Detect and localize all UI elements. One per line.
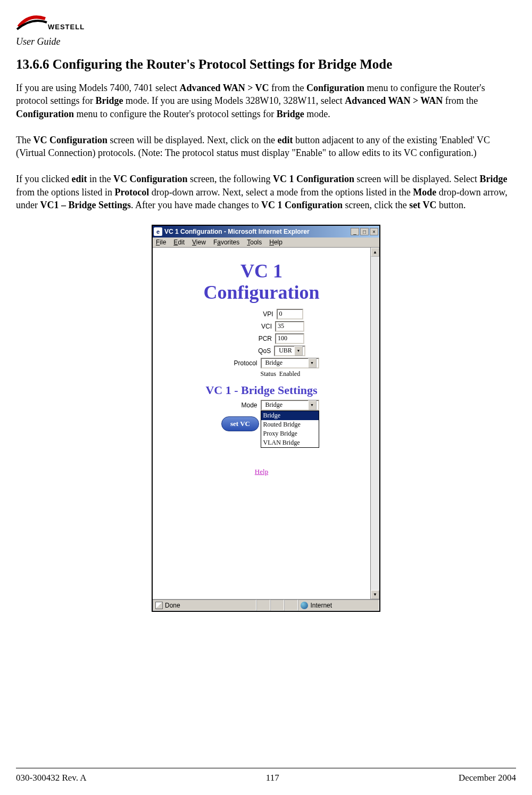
text: The	[16, 135, 33, 145]
text: If you are using Models 7400, 7401 selec…	[16, 83, 179, 93]
menu-view[interactable]: View	[192, 239, 206, 246]
vertical-scrollbar[interactable]: ▲ ▼	[370, 248, 379, 599]
footer-date: December 2004	[459, 773, 516, 783]
user-guide-label: User Guide	[16, 36, 516, 47]
section-number: 13.6.6	[16, 57, 49, 71]
footer-doc-id: 030-300432 Rev. A	[16, 773, 87, 783]
page-heading: VC 1 Configuration	[158, 261, 365, 303]
protocol-select[interactable]: Bridge▼	[261, 358, 319, 368]
text: screen will be displayed. Next, click on…	[107, 135, 277, 145]
vpi-label: VPI	[220, 310, 273, 318]
status-done-label: Done	[165, 602, 180, 609]
text: menu to configure the Router's protocol …	[74, 109, 277, 119]
text: screen, click the	[343, 200, 409, 210]
page-logo-section: WESTELL	[16, 11, 516, 32]
bold-text: Configuration	[16, 109, 74, 119]
text: If you clicked	[16, 174, 71, 184]
chevron-down-icon: ▼	[308, 358, 317, 368]
mode-label: Mode	[204, 401, 257, 409]
text: button.	[437, 200, 466, 210]
minimize-button[interactable]: _	[351, 228, 359, 235]
browser-content: VC 1 Configuration VPI VCI PCR QoS UBR▼ …	[153, 248, 370, 599]
vci-input[interactable]	[275, 321, 304, 332]
menu-tools[interactable]: Tools	[247, 239, 262, 246]
bold-text: edit	[71, 174, 87, 184]
mode-option-proxy-bridge[interactable]: Proxy Bridge	[261, 429, 319, 438]
text: in the	[87, 174, 113, 184]
bold-text: Mode	[413, 187, 436, 198]
text: from the options listed in	[16, 187, 114, 198]
mode-option-bridge[interactable]: Bridge	[261, 411, 319, 420]
text: from the	[443, 95, 478, 106]
browser-window: e VC 1 Configuration - Microsoft Interne…	[152, 225, 380, 612]
chevron-down-icon: ▼	[294, 346, 303, 356]
bold-text: Advanced WAN > WAN	[345, 95, 443, 106]
vci-label: VCI	[219, 323, 272, 330]
brand-name: WESTELL	[48, 23, 85, 31]
globe-icon	[301, 602, 308, 609]
mode-select[interactable]: Bridge▼	[261, 400, 319, 411]
scroll-track[interactable]	[371, 257, 379, 590]
bold-text: Advanced WAN > VC	[179, 83, 269, 93]
close-button[interactable]: ×	[370, 228, 378, 235]
bold-text: edit	[277, 135, 293, 145]
footer-page-number: 117	[266, 773, 279, 783]
westell-swoosh-icon	[16, 11, 48, 32]
bridge-settings-heading: VC 1 - Bridge Settings	[158, 383, 365, 397]
text: screen will be displayed. Select	[354, 174, 479, 184]
pcr-input[interactable]	[275, 333, 304, 344]
section-title: Configuring the Router's Protocol Settin…	[53, 57, 393, 71]
page-heading-l1: VC 1	[158, 261, 365, 282]
bold-text: Bridge	[277, 109, 304, 119]
paragraph-1: If you are using Models 7400, 7401 selec…	[16, 81, 516, 120]
bold-text: Bridge	[95, 95, 123, 106]
maximize-button[interactable]: □	[360, 228, 369, 235]
window-title: VC 1 Configuration - Microsoft Internet …	[164, 228, 351, 235]
bold-text: VC 1 Configuration	[261, 200, 343, 210]
bold-text: VC1 – Bridge Settings	[40, 200, 131, 210]
text: from the	[269, 83, 306, 93]
protocol-label: Protocol	[204, 359, 257, 367]
vpi-input[interactable]	[277, 309, 303, 319]
bold-text: Protocol	[114, 187, 149, 198]
mode-option-vlan-bridge[interactable]: VLAN Bridge	[261, 438, 319, 447]
footer-rule	[16, 768, 516, 768]
bold-text: Bridge	[479, 174, 507, 184]
protocol-value: Bridge	[263, 359, 308, 367]
pcr-label: PCR	[219, 335, 272, 342]
mode-option-routed-bridge[interactable]: Routed Bridge	[261, 420, 319, 429]
bold-text: VC Configuration	[33, 135, 107, 145]
menu-file[interactable]: File	[156, 239, 166, 246]
text: mode.	[304, 109, 330, 119]
paragraph-3: If you clicked edit in the VC Configurat…	[16, 173, 516, 211]
text: screen, the following	[187, 174, 272, 184]
bold-text: VC Configuration	[113, 174, 188, 184]
menu-help[interactable]: Help	[269, 239, 282, 246]
scroll-down-icon[interactable]: ▼	[371, 590, 379, 599]
help-link[interactable]: Help	[158, 468, 365, 476]
mode-value: Bridge	[263, 401, 308, 409]
page-heading-l2: Configuration	[158, 282, 365, 304]
set-vc-button[interactable]: set VC	[221, 416, 259, 431]
qos-select[interactable]: UBR▼	[274, 346, 305, 356]
status-value: Enabled	[279, 370, 300, 378]
chevron-down-icon: ▼	[308, 400, 317, 410]
status-gap1	[256, 600, 270, 611]
text: drop-down arrow. Next, select a mode fro…	[149, 187, 413, 198]
bold-text: Configuration	[306, 83, 364, 93]
menu-favorites[interactable]: Favorites	[213, 239, 239, 246]
ie-app-icon: e	[154, 227, 162, 236]
menu-bar: File Edit View Favorites Tools Help	[153, 237, 379, 248]
text: mode. If you are using Models 328W10, 32…	[123, 95, 345, 106]
mode-dropdown-menu: Bridge Routed Bridge Proxy Bridge VLAN B…	[261, 411, 319, 448]
scroll-up-icon[interactable]: ▲	[371, 248, 379, 257]
status-zone: Internet	[298, 600, 379, 611]
qos-label: QoS	[218, 347, 271, 355]
qos-value: UBR	[277, 347, 294, 355]
status-gap2	[270, 600, 284, 611]
paragraph-2: The VC Configuration screen will be disp…	[16, 134, 516, 160]
window-titlebar[interactable]: e VC 1 Configuration - Microsoft Interne…	[153, 226, 379, 237]
status-gap3	[284, 600, 298, 611]
section-heading: 13.6.6 Configuring the Router's Protocol…	[16, 57, 516, 72]
menu-edit[interactable]: Edit	[173, 239, 185, 246]
